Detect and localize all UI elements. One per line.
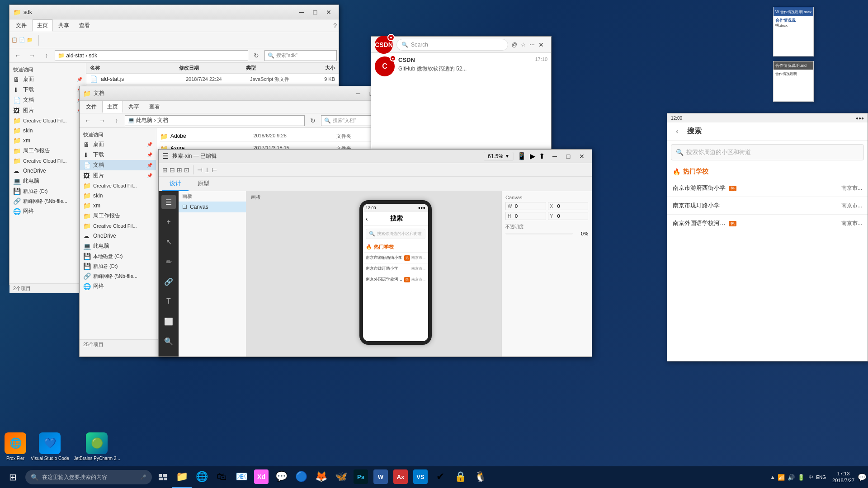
sdk-sidebar-creative2[interactable]: 📁Creative Cloud Fil... [9,156,86,166]
sdk-sidebar-onedrive[interactable]: ☁OneDrive [9,166,86,176]
taskbar-taskview-btn[interactable] [154,466,172,488]
tray-ime-icon[interactable]: 中 [807,473,815,481]
sdk-address-input[interactable]: 📁 ald-stat › sdk [55,50,248,61]
tray-action-center[interactable]: 💬 [858,473,866,481]
proto-align-left[interactable]: ⊣ [197,166,203,174]
proto-minimize-btn[interactable]: ─ [548,151,561,161]
taskbar-app-explorer[interactable]: 📁 [172,466,192,488]
csdn-at-btn[interactable]: @ [512,42,517,48]
tray-volume-icon[interactable]: 🔊 [787,473,795,481]
docs-minimize-btn[interactable]: ─ [352,89,364,99]
taskbar-app-terminal[interactable]: 🐧 [470,466,490,488]
proto-tool-search[interactable]: 🔍 [161,334,176,348]
proto-zoom-control[interactable]: 61.5% ▼ [484,152,514,161]
docs-tab-view[interactable]: 查看 [145,101,165,113]
word-document-icon[interactable]: W 合作情况说 明.docx 合作情况说 明.docx [773,7,814,56]
tray-up-arrow[interactable]: ▲ [770,474,775,480]
csdn-close-btn[interactable]: ✕ [535,40,547,50]
taskbar-app-chrome[interactable]: 🔵 [291,466,311,488]
sdk-sidebar-desktop[interactable]: 🖥桌面📌 [9,74,86,84]
docs-address-input[interactable]: 💻 此电脑 › 文档 [125,115,305,126]
proto-tool-link[interactable]: 🔗 [161,274,176,289]
proto-tab-prototype[interactable]: 原型 [190,177,217,191]
taskbar-clock[interactable]: 17:13 2018/7/27 [829,470,858,484]
proto-grid-icon-4[interactable]: ⊡ [184,166,189,174]
tray-keyboard-icon[interactable]: ENG [817,473,825,481]
proto-tool-shape[interactable]: ⬜ [161,314,176,328]
sdk-sidebar-xm[interactable]: 📁xm [9,136,86,145]
taskbar-app-butterfly[interactable]: 🦋 [331,466,351,488]
sdk-forward-btn[interactable]: → [26,49,38,62]
desktop-vscode-icon[interactable]: 💙 Visual Studio Code [31,432,69,461]
proto-prop-h[interactable]: H 0 [505,212,546,220]
docs-sidebar-desktop[interactable]: 🖥桌面📌 [80,139,156,150]
proto-play-icon[interactable]: ▶ [530,152,535,160]
csdn-search-box[interactable]: 🔍 Search [396,39,508,51]
docs-tab-share[interactable]: 共享 [124,101,144,113]
school-row-1[interactable]: 南京市游府西街小学 热 南京市... [667,179,868,197]
sdk-up-btn[interactable]: ↑ [40,49,53,62]
docs-sidebar-creative2[interactable]: 📁Creative Cloud Fil... [80,221,156,231]
proto-grid-icon-1[interactable]: ⊞ [162,166,168,174]
taskbar-app-check[interactable]: ✔ [430,466,450,488]
taskbar-app-mail[interactable]: 📧 [231,466,251,488]
taskbar-app-xd[interactable]: Xd [251,466,271,488]
table-row[interactable]: 📄 ald-stat.js 2018/7/24 22:24 JavaScript… [86,74,339,85]
proto-tool-select[interactable]: ↖ [161,235,176,249]
taskbar-searchbar[interactable]: 🔍 在这里输入您要搜索的内容 🎤 [25,470,152,484]
proto-canvas-area[interactable]: 画板 12:00 ●●● ‹ 搜索 🔍 搜索你周边的小区和街道 [246,191,501,357]
taskbar-app-store[interactable]: 🛍 [212,466,231,488]
sdk-help-btn[interactable]: ? [333,22,337,29]
school-row-2[interactable]: 南京市珑玎路小学 南京市... [667,197,868,215]
proto-share-icon[interactable]: ⬆ [539,152,545,160]
proto-tool-add[interactable]: + [161,215,176,229]
tray-battery-icon[interactable]: 🔋 [797,473,805,481]
docs-back-btn[interactable]: ← [81,114,94,127]
sdk-sidebar-thispc[interactable]: 💻此电脑 [9,176,86,186]
sdk-tab-view[interactable]: 查看 [75,20,94,31]
taskbar-app-photoshop[interactable]: Ps [351,466,371,488]
taskbar-app-axure[interactable]: Ax [391,466,410,488]
proto-tool-pen[interactable]: ✏ [161,254,176,269]
tray-network-icon[interactable]: 📶 [777,473,785,481]
sdk-sidebar-newdrive[interactable]: 💾新加卷 (D:) [9,186,86,196]
sdk-maximize-btn[interactable]: □ [309,7,321,17]
sdk-sidebar-creative1[interactable]: 📁Creative Cloud Fil... [9,116,86,126]
docs-forward-btn[interactable]: → [96,114,108,127]
desktop-proxifiser-icon[interactable]: 🌐 ProxiFier [5,432,26,461]
docs-sidebar-download[interactable]: ⬇下载📌 [80,150,156,160]
proto-grid-icon-3[interactable]: ⊞ [177,166,182,174]
docs-sidebar-skin[interactable]: 📁skin [80,191,156,201]
map-back-btn[interactable]: ‹ [671,125,684,138]
sdk-back-btn[interactable]: ← [11,49,24,62]
csdn-more-btn[interactable]: ⋯ [529,42,535,48]
taskbar-app-word[interactable]: W [371,466,391,488]
docs-tab-file[interactable]: 文件 [81,101,101,113]
sdk-sidebar-work[interactable]: 📁周工作报告 [9,145,86,156]
csdn-bookmark-btn[interactable]: ☆ [521,42,526,48]
sdk-sidebar-download[interactable]: ⬇下载📌 [9,84,86,95]
docs-sidebar-net[interactable]: 🌐网络 [80,281,156,291]
docs-sidebar-thispc[interactable]: 💻此电脑 [80,241,156,251]
sdk-sidebar-docs[interactable]: 📄文档📌 [9,95,86,105]
docs-sidebar-creative1[interactable]: 📁Creative Cloud Fil... [80,181,156,191]
proto-align-right[interactable]: ⊢ [212,166,217,174]
proto-maximize-btn[interactable]: □ [562,151,575,161]
docs-tab-home[interactable]: 主页 [102,101,123,113]
taskbar-app-edge[interactable]: 🌐 [192,466,212,488]
docs-sidebar-pictures[interactable]: 🖼图片📌 [80,170,156,181]
desktop-pycharm-icon[interactable]: 🟢 JetBrains PyCharm 2... [74,432,120,461]
map-searchbar[interactable]: 🔍 搜索你周边的小区和街道 [671,144,864,160]
proto-mobile-icon[interactable]: 📱 [517,152,526,160]
docs-sidebar-xm[interactable]: 📁xm [80,201,156,211]
sdk-close-btn[interactable]: ✕ [322,7,335,17]
sdk-refresh-btn[interactable]: ↻ [250,49,263,62]
docs-sidebar-onedrive[interactable]: ☁OneDrive [80,231,156,241]
md-document[interactable]: 合作情况说明.md 合作情况说明 [773,61,814,102]
sdk-search-box[interactable]: 🔍 搜索"sdk" [264,50,337,61]
docs-up-btn[interactable]: ↑ [110,114,123,127]
phone-search-bar[interactable]: 🔍 搜索你周边的小区和街道 [366,229,425,239]
sdk-tab-file[interactable]: 文件 [11,20,31,31]
taskbar-app-lock[interactable]: 🔒 [450,466,470,488]
proto-prop-x[interactable]: X 0 [548,202,589,210]
